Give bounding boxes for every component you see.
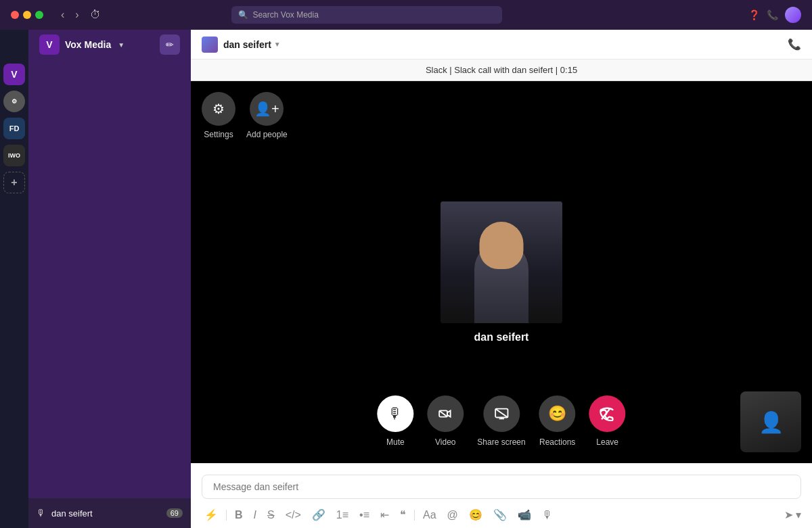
call-title: Slack | Slack call with dan seifert | 0:…: [426, 65, 577, 75]
share-screen-label: Share screen: [477, 437, 525, 447]
lightning-icon[interactable]: ⚡: [202, 507, 221, 523]
add-people-label: Add people: [246, 130, 288, 139]
app-icon-iwo[interactable]: IWO: [3, 145, 25, 166]
audio-contact-name: dan seifert: [51, 508, 93, 519]
dm-chevron-icon: ▼: [274, 41, 281, 48]
call-icon[interactable]: 📞: [788, 38, 801, 51]
macos-right-icons: ❓ 📞: [748, 7, 801, 23]
search-icon: 🔍: [238, 10, 248, 20]
compose-button[interactable]: ✏: [160, 34, 180, 55]
reactions-label: Reactions: [539, 437, 575, 447]
ordered-list-icon[interactable]: 1≡: [334, 508, 351, 523]
global-search-bar[interactable]: 🔍 Search Vox Media: [231, 6, 502, 24]
history-button[interactable]: ⏱: [86, 7, 105, 22]
svg-line-1: [439, 410, 447, 416]
toolbar-divider-2: [414, 510, 415, 521]
participant-head: [480, 222, 524, 269]
app-icon-fd[interactable]: FD: [3, 118, 25, 139]
dm-header: dan seifert ▼ 📞: [191, 30, 812, 59]
call-settings-row: ⚙ Settings 👤+ Add people: [202, 92, 288, 139]
workspace-name: Vox Media: [65, 39, 111, 50]
share-screen-control[interactable]: Share screen: [477, 395, 525, 447]
send-chevron[interactable]: ▾: [796, 508, 801, 521]
macos-topbar: ‹ › ⏱ 🔍 Search Vox Media ❓ 📞: [0, 0, 812, 30]
add-person-icon: 👤+: [250, 92, 284, 126]
audio-icon[interactable]: 🎙: [539, 508, 556, 523]
minimize-button[interactable]: [23, 11, 31, 19]
code-icon[interactable]: </>: [283, 508, 304, 523]
mute-label: Mute: [386, 437, 405, 447]
add-workspace-button[interactable]: +: [3, 172, 25, 193]
italic-icon[interactable]: I: [251, 508, 259, 523]
forward-button[interactable]: ›: [71, 7, 83, 22]
mention-icon[interactable]: @: [445, 508, 461, 523]
participant-video: dan seifert: [441, 201, 562, 343]
self-video-thumbnail: 👤: [740, 391, 801, 452]
video-clip-icon[interactable]: 📹: [515, 507, 534, 523]
user-avatar[interactable]: [785, 7, 801, 23]
mute-control[interactable]: 🎙 Mute: [377, 395, 413, 447]
phone-icon[interactable]: 📞: [767, 9, 778, 20]
dm-avatar: [202, 37, 218, 53]
participant-name: dan seifert: [474, 331, 529, 343]
leave-icon: [589, 395, 626, 432]
video-control[interactable]: Video: [427, 395, 464, 447]
link-icon[interactable]: 🔗: [309, 507, 328, 523]
leave-label: Leave: [596, 437, 618, 447]
leave-control[interactable]: Leave: [589, 395, 626, 447]
search-placeholder: Search Vox Media: [252, 10, 318, 20]
video-icon: [427, 395, 464, 432]
send-button-group: ➤ ▾: [784, 508, 801, 521]
slack-sidebar: V Vox Media ▼ ✏ 🎙 dan seifert 69: [28, 30, 191, 528]
message-input-container[interactable]: [202, 475, 801, 499]
microphone-icon: 🎙: [37, 508, 46, 519]
blockquote-icon[interactable]: ❝: [397, 507, 409, 523]
send-icon[interactable]: ➤: [784, 508, 793, 521]
call-title-bar: Slack | Slack call with dan seifert | 0:…: [191, 59, 812, 81]
reactions-icon: 😊: [539, 395, 576, 432]
right-panel: dan seifert ▼ 📞 Slack | Slack call with …: [191, 30, 812, 528]
message-input[interactable]: [213, 481, 790, 492]
message-toolbar: ⚡ B I S </> 🔗 1≡ •≡ ⇤ ❝ Aa @ 😊 📎 📹: [191, 504, 812, 528]
workspace-chevron: ▼: [118, 41, 125, 49]
maximize-button[interactable]: [35, 11, 43, 19]
help-icon[interactable]: ❓: [748, 9, 760, 20]
attachment-icon[interactable]: 📎: [491, 507, 510, 523]
add-people-button[interactable]: 👤+ Add people: [246, 92, 288, 139]
back-button[interactable]: ‹: [57, 7, 68, 22]
strikethrough-icon[interactable]: S: [265, 508, 277, 523]
indent-icon[interactable]: ⇤: [378, 507, 392, 523]
call-body: ⚙ Settings 👤+ Add people dan: [191, 81, 812, 463]
message-area: ⚡ B I S </> 🔗 1≡ •≡ ⇤ ❝ Aa @ 😊 📎 📹: [191, 463, 812, 528]
app-sidebar: V ⚙ FD IWO +: [0, 30, 28, 528]
dm-contact-name: dan seifert: [223, 39, 271, 50]
video-label: Video: [435, 437, 455, 447]
self-video-image: 👤: [740, 391, 801, 452]
workspace-logo: V: [39, 34, 60, 55]
app-icon-circle[interactable]: ⚙: [3, 91, 25, 112]
call-controls: 🎙 Mute Video: [377, 395, 625, 447]
toolbar-divider-1: [226, 510, 227, 521]
participant-photo: [441, 201, 562, 323]
app-icon-vox[interactable]: V: [3, 64, 25, 85]
audio-bar: 🎙 dan seifert 69: [28, 498, 191, 528]
emoji-icon[interactable]: 😊: [466, 507, 485, 523]
share-screen-icon: [483, 395, 520, 432]
settings-label: Settings: [204, 130, 233, 139]
reactions-control[interactable]: 😊 Reactions: [539, 395, 576, 447]
mute-icon: 🎙: [377, 395, 413, 432]
workspace-header: V Vox Media ▼ ✏: [28, 30, 191, 59]
settings-button[interactable]: ⚙ Settings: [202, 92, 235, 139]
svg-line-5: [495, 409, 508, 418]
traffic-lights: [11, 11, 43, 19]
participant-silhouette: [441, 201, 562, 323]
bold-icon[interactable]: B: [232, 508, 246, 523]
settings-icon: ⚙: [202, 92, 235, 126]
audio-badge: 69: [166, 508, 183, 518]
unordered-list-icon[interactable]: •≡: [357, 508, 372, 523]
close-button[interactable]: [11, 11, 19, 19]
text-size-icon[interactable]: Aa: [420, 508, 439, 523]
nav-buttons: ‹ › ⏱: [57, 7, 105, 22]
